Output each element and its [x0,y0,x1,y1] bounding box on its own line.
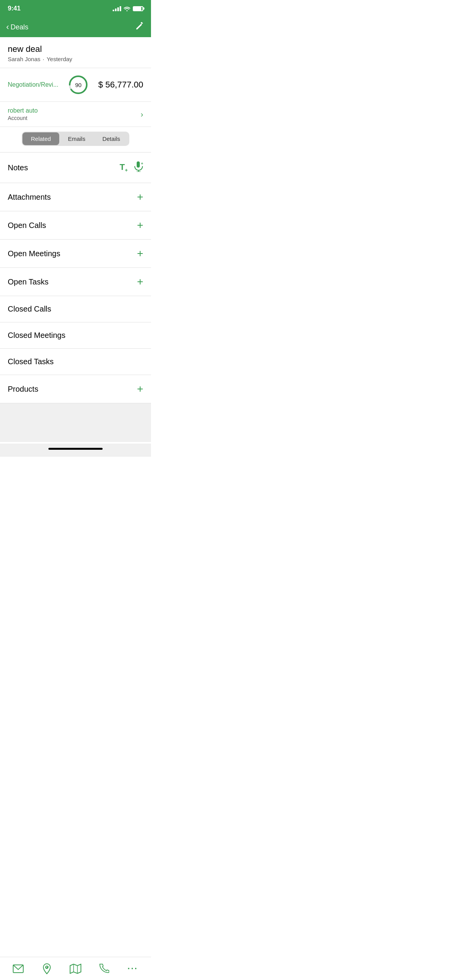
open-meetings-label: Open Meetings [8,249,60,258]
home-bar [48,448,103,450]
tab-details[interactable]: Details [94,132,129,145]
deal-owner: Sarah Jonas [8,56,40,62]
closed-calls-label: Closed Calls [8,305,51,314]
attachments-label: Attachments [8,193,51,202]
segment-control: Related Emails Details [22,132,130,146]
products-label: Products [8,385,38,394]
open-calls-label: Open Calls [8,221,46,230]
closed-meetings-label: Closed Meetings [8,331,65,340]
account-label: Account [8,115,38,121]
home-indicator [0,444,151,457]
svg-text:+: + [141,161,143,166]
open-tasks-label: Open Tasks [8,278,48,286]
tab-emails[interactable]: Emails [59,132,94,145]
progress-value: 90 [75,82,82,88]
content-area: Notes T+ + Attachments + Open Calls + [0,152,151,442]
notes-mic-icon[interactable]: + [133,161,143,174]
section-open-meetings[interactable]: Open Meetings + [0,240,151,268]
deal-stage: Negotiation/Revi... [8,81,58,88]
tab-related[interactable]: Related [22,132,60,145]
notes-label: Notes [8,163,28,172]
signal-icon [113,6,121,11]
account-name: robert auto [8,107,38,114]
notes-actions: T+ + [120,161,143,174]
closed-tasks-label: Closed Tasks [8,357,54,366]
svg-rect-2 [137,161,140,168]
segment-control-wrapper: Related Emails Details [0,127,151,152]
meta-separator: · [43,56,44,62]
status-icons [113,6,143,11]
attachments-add-icon[interactable]: + [137,192,143,202]
back-label: Deals [10,23,28,31]
status-time: 9:41 [8,5,21,12]
section-open-calls[interactable]: Open Calls + [0,211,151,240]
wifi-icon [124,6,130,11]
battery-icon [133,6,143,11]
deal-title: new deal [8,44,143,54]
section-closed-tasks[interactable]: Closed Tasks [0,349,151,375]
back-arrow-icon: ‹ [6,22,9,32]
section-closed-calls[interactable]: Closed Calls [0,296,151,322]
notes-text-add-icon[interactable]: T+ [120,162,128,173]
deal-amount: $ 56,777.00 [98,80,143,90]
section-products[interactable]: Products + [0,375,151,403]
account-chevron-icon: › [141,110,143,119]
open-meetings-add-icon[interactable]: + [137,248,143,259]
deal-stage-row: Negotiation/Revi... 90 $ 56,777.00 [0,68,151,102]
section-notes[interactable]: Notes T+ + [0,152,151,183]
account-row[interactable]: robert auto Account › [0,102,151,127]
back-button[interactable]: ‹ Deals [6,22,28,32]
deal-meta: Sarah Jonas · Yesterday [8,56,143,62]
nav-bar: ‹ Deals [0,17,151,37]
deal-header: new deal Sarah Jonas · Yesterday [0,37,151,68]
status-bar: 9:41 [0,0,151,17]
open-tasks-add-icon[interactable]: + [137,276,143,287]
products-add-icon[interactable]: + [137,384,143,394]
account-info: robert auto Account [8,107,38,121]
deal-date: Yesterday [46,56,72,62]
section-open-tasks[interactable]: Open Tasks + [0,268,151,296]
edit-button[interactable] [135,21,145,33]
section-closed-meetings[interactable]: Closed Meetings [0,322,151,349]
progress-ring-container: 90 [68,74,89,95]
open-calls-add-icon[interactable]: + [137,220,143,231]
section-attachments[interactable]: Attachments + [0,183,151,211]
